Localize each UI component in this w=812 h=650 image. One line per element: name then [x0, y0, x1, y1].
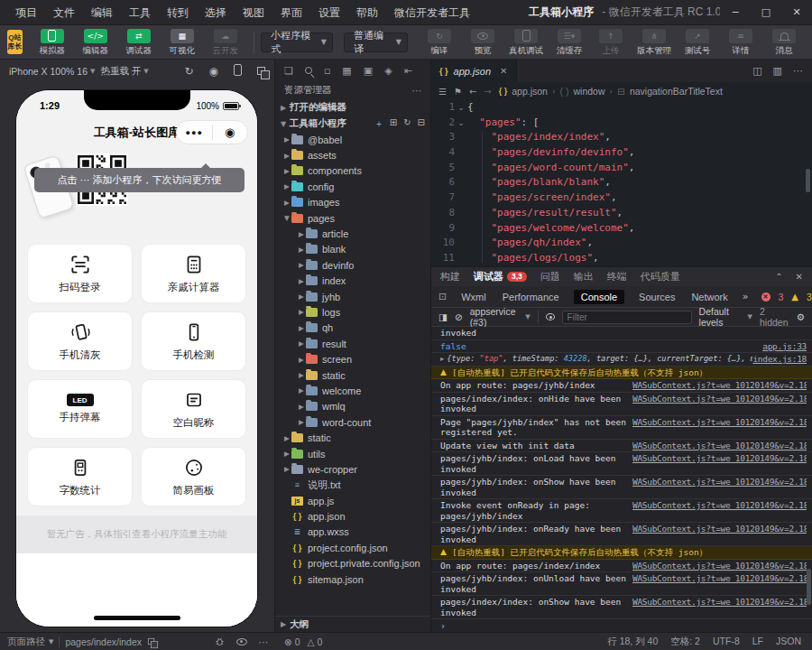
card-scan-login[interactable]: 扫码登录	[27, 244, 133, 303]
toolbar-button-version-control[interactable]: ⋔版本管理	[633, 28, 675, 57]
outline-list-icon[interactable]: ☰	[438, 87, 447, 97]
toolbar-button-simulator[interactable]: 模拟器	[32, 28, 73, 57]
activity-source-control[interactable]: ▫	[324, 65, 330, 77]
console-source-link[interactable]: WASubContext.js?t=we_10120149&v=2.18.0:2	[632, 561, 807, 571]
tree-item-blank[interactable]: ▶blank	[275, 242, 430, 257]
inspect-element-icon[interactable]: ⊡	[438, 291, 447, 302]
more-actions-icon[interactable]: ⋯	[793, 65, 803, 77]
breadcrumb-file[interactable]: app.json	[512, 86, 548, 97]
menu-帮助[interactable]: 帮助	[348, 0, 386, 25]
hot-reload-toggle[interactable]: 热重载 开 ▼	[100, 65, 148, 78]
outline-section[interactable]: ▶ 大纲	[275, 616, 430, 632]
sim-device-icon[interactable]	[234, 64, 242, 79]
log-levels-select[interactable]: Default levels ▼	[699, 306, 752, 328]
devtools-tab-sources[interactable]: Sources	[637, 290, 677, 304]
page-path-select[interactable]: 页面路径 ▼	[7, 636, 53, 648]
toolbar-button-messages[interactable]: 消息	[763, 28, 805, 57]
tree-item-devinfo[interactable]: ▶devinfo	[275, 257, 430, 273]
card-blank-nickname[interactable]: 空白昵称	[141, 379, 246, 439]
eye-icon[interactable]	[236, 638, 247, 645]
toolbar-button-visualization[interactable]: ▦可视化	[161, 28, 203, 57]
toolbar-button-details[interactable]: ≡详情	[720, 28, 761, 57]
tree-item-word-count[interactable]: ▶word-count	[275, 414, 430, 430]
debugger-tab-终端[interactable]: 终端	[607, 270, 627, 283]
console-source-link[interactable]: WASubContext.js?t=we_10120149&v=2.18.0:2	[632, 394, 807, 404]
tree-item-article[interactable]: ▶article	[275, 226, 430, 241]
console-source-link[interactable]: WASubContext.js?t=we_10120149&v=2.18.0:2	[632, 500, 807, 511]
tree-item-app.wxss[interactable]: ≣app.wxss	[275, 525, 430, 540]
activity-collapse-sidebar[interactable]: ⇤	[404, 65, 412, 77]
console-sidebar-icon[interactable]: ◨	[438, 311, 448, 322]
console-source-link[interactable]: WASubContext.js?t=we_10120149&v=2.18.0:2	[632, 453, 807, 464]
console-row[interactable]: Update view with init dataWASubContext.j…	[431, 440, 812, 453]
tree-item-说明.txt[interactable]: ≡说明.txt	[275, 478, 430, 493]
filter-input[interactable]	[562, 311, 692, 324]
menu-界面[interactable]: 界面	[272, 0, 310, 25]
console-row[interactable]: invoked	[431, 327, 812, 340]
copy-path-icon[interactable]	[148, 638, 154, 645]
console-row[interactable]: ▲[自动热重载] 已开启代码文件保存后自动热重载（不支持 json）	[431, 367, 812, 380]
console-source-link[interactable]: index.js:18	[752, 354, 807, 365]
toolbar-button-clear-cache[interactable]: ☰▾清缓存	[549, 28, 590, 57]
devtools-tab-console[interactable]: Console	[574, 290, 624, 304]
tree-item-project.config.json[interactable]: { }project.config.json	[275, 540, 430, 555]
tree-item-qh[interactable]: ▶qh	[275, 320, 430, 336]
console-source-link[interactable]: WASubContext.js?t=we_10120149&v=2.18.0:2	[632, 380, 807, 391]
tree-item-project.private.config.json[interactable]: { }project.private.config.json	[275, 556, 430, 571]
debugger-tab-代码质量[interactable]: 代码质量	[641, 270, 680, 283]
tree-item-assets[interactable]: ▶assets	[275, 147, 430, 162]
more-tabs-icon[interactable]: »	[743, 291, 749, 302]
exit-target-icon[interactable]: ◉	[213, 125, 248, 139]
tree-item-static[interactable]: ▶static	[275, 430, 430, 445]
tree-item-components[interactable]: ▶components	[275, 163, 430, 179]
console-log-list[interactable]: invokedfalseapp.js:33index.js:18▸{type: …	[431, 327, 812, 632]
console-row[interactable]: On app route: pages/index/indexWASubCont…	[431, 560, 812, 573]
activity-tools[interactable]: ◈	[384, 65, 392, 77]
console-prompt[interactable]: ›	[431, 619, 812, 632]
devtools-tab-performance[interactable]: Performance	[501, 290, 561, 304]
console-row[interactable]: index.js:18▸{type: "tap", timeStamp: 432…	[431, 353, 812, 367]
console-row[interactable]: Invoke event onReady in page: pages/jyhb…	[431, 499, 812, 523]
eol-setting[interactable]: LF	[752, 636, 763, 648]
tree-item-sitemap.json[interactable]: { }sitemap.json	[275, 571, 430, 587]
menu-视图[interactable]: 视图	[235, 0, 272, 25]
console-source-link[interactable]: app.js:33	[632, 341, 807, 352]
editor-scrollbar[interactable]	[806, 169, 810, 192]
menu-工具[interactable]: 工具	[121, 0, 159, 25]
mode-select[interactable]: 小程序模式 ▼	[261, 32, 333, 52]
tree-item-@babel[interactable]: ▶@babel	[275, 132, 430, 147]
toolbar-button-compile[interactable]: ↻编译	[419, 28, 460, 57]
split-editor-icon[interactable]: ◫	[752, 65, 761, 77]
menu-转到[interactable]: 转到	[159, 0, 197, 25]
breadcrumb-property[interactable]: navigationBarTitleText	[630, 86, 723, 97]
devtools-tab-network[interactable]: Network	[689, 290, 729, 304]
tree-item-app.js[interactable]: jsapp.js	[275, 493, 430, 508]
console-row[interactable]: pages/jyhb/index: onReady have been invo…	[431, 523, 812, 546]
menu-微信开发者工具[interactable]: 微信开发者工具	[386, 0, 478, 25]
maximize-button[interactable]: □	[751, 0, 781, 25]
indent-setting[interactable]: 空格: 2	[670, 636, 700, 648]
card-phone-check[interactable]: 手机检测	[141, 311, 246, 371]
expand-icon[interactable]: ▸	[440, 354, 444, 363]
project-section[interactable]: ▼ 工具箱小程序 ＋ ⊞ ↻ ⊟	[275, 116, 430, 132]
console-row[interactable]: pages/jyhb/index: onLoad have been invok…	[431, 452, 812, 476]
code-area[interactable]: 1⌄{2⌄ "pages": [3 "pages/index/index",4 …	[431, 100, 812, 266]
tree-item-index[interactable]: ▶index	[275, 274, 430, 289]
toolbar-button-editor[interactable]: </>编辑器	[75, 28, 116, 57]
bug-icon[interactable]	[215, 636, 225, 646]
layout-columns-icon[interactable]: ▥	[773, 65, 782, 77]
debugger-tab-输出[interactable]: 输出	[574, 270, 594, 283]
activity-extensions[interactable]: ▦	[342, 65, 351, 77]
cursor-position[interactable]: 行 18, 列 40	[607, 636, 658, 648]
console-row[interactable]: pages/index/index: onShow have been invo…	[431, 596, 812, 619]
tree-item-static[interactable]: ▶static	[275, 367, 430, 383]
open-editors-section[interactable]: ▶ 打开的编辑器	[275, 99, 430, 116]
console-scrollbar[interactable]	[807, 569, 811, 605]
close-button[interactable]: ✕	[781, 0, 812, 25]
breadcrumb-window[interactable]: window	[573, 86, 604, 97]
console-source-link[interactable]: WASubContext.js?t=we_10120149&v=2.18.0:2	[632, 573, 807, 584]
devtools-tab-wxml[interactable]: Wxml	[459, 290, 488, 304]
card-word-count[interactable]: 字数统计	[27, 447, 133, 506]
current-page-path[interactable]: pages/index/index	[65, 636, 142, 647]
status-problems-section[interactable]: ⊗ 0 △ 0	[275, 636, 431, 647]
